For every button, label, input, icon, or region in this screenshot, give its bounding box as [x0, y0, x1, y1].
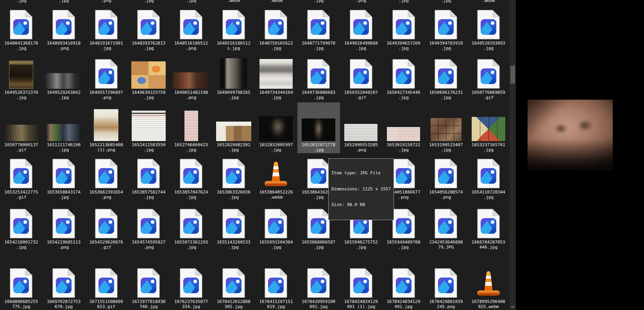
- file-item[interactable]: 1678995296408 925.webm: [467, 255, 510, 310]
- file-item[interactable]: 1648516186512 s.jpg: [212, 4, 255, 52]
- file-item[interactable]: 1651211746190 .jpg: [43, 102, 85, 153]
- file-item-partial[interactable]: .jpg: [127, 0, 170, 4]
- file-item[interactable]: 1653190523407 .jpg: [425, 102, 467, 153]
- file-item[interactable]: 1649639225759 .jpg: [127, 53, 170, 101]
- file-item[interactable]: 1654574595827 .png: [127, 201, 170, 251]
- file-item[interactable]: 1676237635877 334.jpg: [170, 255, 213, 310]
- file-name: 1678415207151 019.jpg: [259, 299, 293, 309]
- file-item-partial[interactable]: .jpg: [382, 0, 425, 4]
- file-item[interactable]: 1678424834129 491 (1).jpg: [340, 255, 383, 310]
- file-item[interactable]: 1650778000137 .gif: [0, 102, 43, 153]
- file-item[interactable]: 1649736086683 .jpg: [297, 53, 340, 101]
- file-item[interactable]: 1653237165761 .jpg: [467, 102, 510, 153]
- file-item-partial[interactable]: .jpg: [43, 0, 85, 4]
- file-item[interactable]: 1655071362293 .jpg: [170, 201, 213, 251]
- file-item[interactable]: 1649526372370 .jpg: [0, 53, 43, 101]
- file-item[interactable]: 1653658843174 .jpg: [43, 153, 85, 201]
- file-item-partial[interactable]: .jpg: [297, 0, 340, 4]
- file-item-partial[interactable]: .png: [85, 0, 127, 4]
- file-name: .jpg: [16, 0, 27, 3]
- scrollbar-thumb[interactable]: [510, 66, 515, 84]
- vertical-scrollbar[interactable]: [510, 0, 516, 310]
- file-item-partial[interactable]: .jpg: [0, 0, 43, 4]
- file-item-partial[interactable]: .jpg: [170, 0, 213, 4]
- file-item[interactable]: 1649699708165 .jpg: [212, 53, 255, 101]
- image-file-icon: [9, 268, 33, 298]
- file-item[interactable]: 1649394657209 .jpg: [382, 4, 425, 52]
- file-name: 1653863326036 .jpg: [217, 190, 250, 200]
- image-file-icon: [179, 268, 203, 298]
- file-item-partial[interactable]: .webm: [212, 0, 255, 4]
- file-item[interactable]: 1648771799070 .jpg: [297, 4, 340, 52]
- file-row: 1650778000137 .gif1651211746190 .jpg1652…: [0, 102, 510, 153]
- file-item-partial[interactable]: .png: [340, 0, 383, 4]
- file-item[interactable]: 1650776869859 .gif: [467, 53, 510, 101]
- image-file-icon: [349, 10, 373, 39]
- file-name: 1669702872753 670.jpg: [47, 299, 80, 309]
- file-item[interactable]: 1654056288574 .png: [425, 153, 467, 201]
- file-item[interactable]: 1650427345446 .jpg: [382, 53, 425, 101]
- file-row: 1668886685255 775.jpg1669702872753 670.j…: [0, 255, 510, 310]
- file-item[interactable]: 1649394783910 .jpg: [425, 4, 467, 52]
- file-name: 1652999551585 .png: [344, 142, 378, 152]
- file-item[interactable]: 1649520293893 .jpg: [467, 4, 510, 52]
- file-item[interactable]: 1653864052226 .webm: [255, 153, 297, 201]
- file-item[interactable]: 1654219685113 .png: [43, 201, 85, 251]
- file-item[interactable]: 1652213685408 (1).png: [85, 102, 127, 153]
- file-item[interactable]: 1648191671901 .jpg: [85, 4, 127, 52]
- file-item[interactable]: 1652832071778 .jpg: [297, 102, 340, 153]
- file-item[interactable]: 1653019159722 .jpg: [382, 102, 425, 153]
- file-item[interactable]: 1653682391654 .png: [85, 153, 127, 201]
- file-item[interactable]: 1654110728344 .jpg: [467, 153, 510, 201]
- file-item[interactable]: 1649651482198 .png: [170, 53, 213, 101]
- file-item[interactable]: 1678420959100 092.jpg: [297, 255, 340, 310]
- file-item[interactable]: 1650352040207 .gif: [340, 53, 383, 101]
- file-item[interactable]: 1655143260533 .jpg: [212, 201, 255, 251]
- file-item[interactable]: 1652746660423 .jpg: [170, 102, 213, 153]
- file-item[interactable]: 1652832005997 .jpg: [255, 102, 297, 153]
- file-item[interactable]: 1648516186512 .png: [170, 4, 213, 52]
- image-file-icon: [52, 10, 76, 39]
- file-item-partial[interactable]: .jpg: [425, 0, 467, 4]
- image-file-icon: [179, 10, 203, 39]
- file-item[interactable]: 1653253422775 .gif: [0, 153, 43, 201]
- file-item[interactable]: 1648393762813 .jpg: [127, 4, 170, 52]
- file-item[interactable]: 1652411583550 .jpg: [127, 102, 170, 153]
- file-name: 1650696176231 .jpg: [429, 90, 463, 100]
- file-item[interactable]: 1653857582744 .jpg: [127, 153, 170, 201]
- file-item[interactable]: 1655691504384 .jpg: [255, 201, 297, 251]
- file-item[interactable]: 2342453646898 79.JPG: [425, 201, 467, 251]
- file-item[interactable]: 1653857847624 .jpg: [170, 153, 213, 201]
- file-item[interactable]: 1669702872753 670.jpg: [43, 255, 85, 310]
- file-item[interactable]: 1650696176231 .jpg: [425, 53, 467, 101]
- file-item-partial[interactable]: .webm: [255, 0, 297, 4]
- file-item[interactable]: 1668886685255 775.jpg: [0, 255, 43, 310]
- chevron-down-icon: [511, 306, 515, 308]
- file-item[interactable]: 1654529620676 .gif: [85, 201, 127, 251]
- file-item[interactable]: 1653863326036 .jpg: [212, 153, 255, 201]
- file-name: 1648041368178 .jpg: [4, 41, 38, 51]
- file-item[interactable]: 1648093410918 .png: [43, 4, 85, 52]
- file-item[interactable]: 1652829482392 .jpg: [212, 102, 255, 153]
- file-item[interactable]: 1666784287053 446.jpg: [467, 201, 510, 251]
- file-item[interactable]: 1671551508600 653.gif: [85, 255, 127, 310]
- file-name: .jpg: [186, 0, 197, 3]
- image-file-icon: [52, 159, 76, 188]
- scroll-down-button[interactable]: [510, 303, 516, 310]
- file-item[interactable]: 1648750165622 .jpg: [255, 4, 297, 52]
- file-item[interactable]: 1649734344104 .jpg: [255, 53, 297, 101]
- file-item[interactable]: 1678429881039 245.png: [425, 255, 467, 310]
- file-item[interactable]: 1648041368178 .jpg: [0, 4, 43, 52]
- file-item-partial[interactable]: .webm: [467, 0, 510, 4]
- image-file-icon: [476, 209, 501, 238]
- file-item[interactable]: 1678415207151 019.jpg: [255, 255, 297, 310]
- file-item[interactable]: 1649557296897 .png: [85, 53, 127, 101]
- thumbnail: [173, 72, 209, 89]
- file-item[interactable]: 1678412012888 365.jpg: [212, 255, 255, 310]
- file-item[interactable]: 1672977818938 740.jpg: [127, 255, 170, 310]
- file-item[interactable]: 1649529263842 .jpg: [43, 53, 85, 101]
- file-item[interactable]: 1652999551585 .png: [340, 102, 383, 153]
- file-item[interactable]: 1654218001732 .jpg: [0, 201, 43, 251]
- file-item[interactable]: 1649016490668 .jpg: [340, 4, 383, 52]
- file-item[interactable]: 1678424834129 491.jpg: [382, 255, 425, 310]
